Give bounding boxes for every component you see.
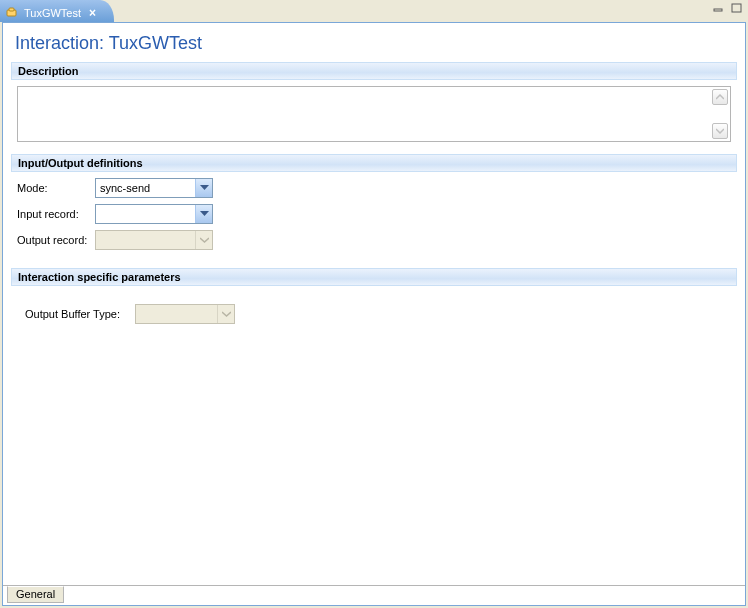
page-title: Interaction: TuxGWTest: [15, 33, 737, 54]
input-record-value: [96, 205, 195, 223]
label-input-record: Input record:: [17, 208, 95, 220]
description-input[interactable]: [20, 89, 710, 139]
maximize-icon[interactable]: [730, 2, 744, 14]
section-header-io: Input/Output definitions: [11, 154, 737, 172]
tab-general[interactable]: General: [7, 586, 64, 603]
page: Interaction: TuxGWTest Description: [3, 23, 745, 585]
description-box: [17, 86, 731, 142]
scroll-up-icon[interactable]: [712, 89, 728, 105]
section-header-description: Description: [11, 62, 737, 80]
section-io-definitions: Input/Output definitions Mode: sync-send…: [11, 154, 737, 262]
chevron-down-icon: [195, 205, 212, 223]
output-buffer-type-value: [136, 305, 217, 323]
tab-tuxgwtest[interactable]: TuxGWTest ×: [0, 0, 114, 22]
chevron-down-icon: [217, 305, 234, 323]
editor-window: TuxGWTest × Interaction: TuxGWTest Descr…: [0, 0, 748, 608]
section-header-params: Interaction specific parameters: [11, 268, 737, 286]
window-controls: [712, 2, 744, 14]
svg-rect-1: [9, 8, 14, 11]
minimize-icon[interactable]: [712, 2, 726, 14]
label-output-record: Output record:: [17, 234, 95, 246]
label-output-buffer-type: Output Buffer Type:: [25, 308, 135, 320]
svg-rect-2: [714, 9, 722, 11]
mode-combo[interactable]: sync-send: [95, 178, 213, 198]
close-icon[interactable]: ×: [89, 6, 96, 20]
content-frame: Interaction: TuxGWTest Description: [2, 22, 746, 606]
output-buffer-type-combo: [135, 304, 235, 324]
output-record-value: [96, 231, 195, 249]
chevron-down-icon: [195, 231, 212, 249]
scroll-down-icon[interactable]: [712, 123, 728, 139]
chevron-down-icon: [195, 179, 212, 197]
bottom-tabstrip: General: [3, 585, 745, 605]
titlebar: TuxGWTest ×: [0, 0, 748, 22]
tab-title: TuxGWTest: [24, 7, 81, 19]
mode-value: sync-send: [96, 179, 195, 197]
description-scrollbar: [712, 89, 728, 139]
section-description: Description: [11, 62, 737, 148]
svg-rect-3: [732, 4, 741, 12]
input-record-combo[interactable]: [95, 204, 213, 224]
section-interaction-params: Interaction specific parameters Output B…: [11, 268, 737, 336]
label-mode: Mode:: [17, 182, 95, 194]
interaction-icon: [6, 7, 20, 19]
output-record-combo: [95, 230, 213, 250]
